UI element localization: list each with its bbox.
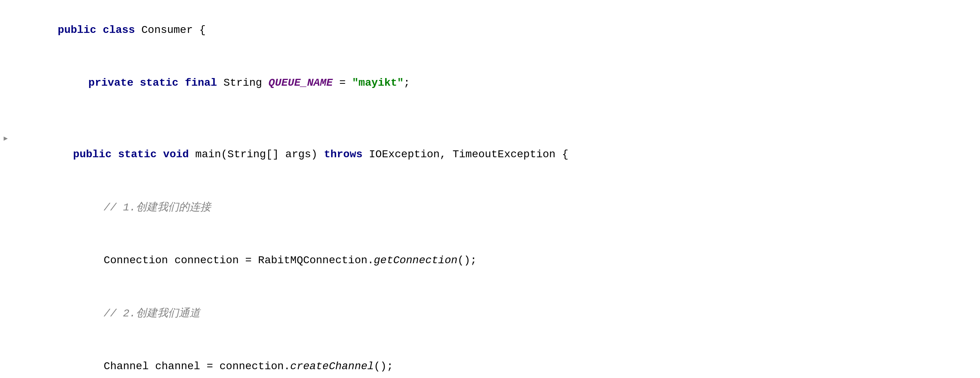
semicolon-1: ;: [403, 77, 410, 89]
keyword-void: void: [163, 148, 195, 160]
code-line-7: // 2.创建我们通道: [0, 287, 980, 340]
code-line-4: ▶ public static void main(String[] args)…: [0, 129, 980, 181]
var-queue-name: QUEUE_NAME: [268, 77, 333, 89]
code-line-3: [0, 110, 980, 129]
line-content-7: // 2.创建我们通道: [11, 288, 980, 339]
method-createchannel: createChannel: [290, 360, 374, 372]
param-args: args): [285, 148, 324, 160]
keyword-throws: throws: [324, 148, 369, 160]
code-line-6: Connection connection = RabitMQConnectio…: [0, 234, 980, 287]
classname-consumer: Consumer {: [141, 24, 206, 36]
keyword-final: final: [185, 77, 224, 89]
type-connection: Connection connection = RabitMQConnectio…: [104, 254, 374, 266]
code-line-1: public class Consumer {: [0, 4, 980, 57]
keyword-static: static: [140, 77, 185, 89]
call-paren-2: ();: [374, 360, 393, 372]
method-getconnection: getConnection: [374, 254, 457, 266]
line-content-2: private static final String QUEUE_NAME =…: [11, 57, 980, 109]
keyword-public: public: [58, 24, 103, 36]
code-line-2: private static final String QUEUE_NAME =…: [0, 57, 980, 109]
type-string-arr: String: [227, 148, 266, 160]
method-main: main(: [195, 148, 227, 160]
type-string: String: [224, 77, 269, 89]
arrow-icon: ▶: [4, 133, 8, 144]
equals-sign: =: [333, 77, 352, 89]
string-mayikt: "mayikt": [352, 77, 403, 89]
comment-1: // 1.创建我们的连接: [104, 202, 211, 213]
bracket-open: []: [266, 148, 285, 160]
call-paren: ();: [457, 254, 477, 266]
line-content-5: // 1.创建我们的连接: [11, 182, 980, 233]
code-editor: public class Consumer { private static f…: [0, 0, 980, 378]
line-content-4: public static void main(String[] args) t…: [11, 129, 980, 181]
keyword-private: private: [88, 77, 140, 89]
line-content-1: public class Consumer {: [11, 5, 980, 56]
keyword-class: class: [103, 24, 141, 36]
line-content-6: Connection connection = RabitMQConnectio…: [11, 235, 980, 286]
gutter-4: ▶: [0, 133, 11, 144]
code-line-8: Channel channel = connection.createChann…: [0, 340, 980, 378]
comment-2: // 2.创建我们通道: [104, 308, 200, 319]
keyword-public-2: public: [73, 148, 118, 160]
type-channel: Channel channel = connection.: [104, 360, 290, 372]
code-line-5: // 1.创建我们的连接: [0, 181, 980, 234]
keyword-static-2: static: [118, 148, 163, 160]
line-content-3: [11, 111, 980, 128]
line-content-8: Channel channel = connection.createChann…: [11, 341, 980, 378]
exception-io: IOException, TimeoutException {: [369, 148, 568, 160]
